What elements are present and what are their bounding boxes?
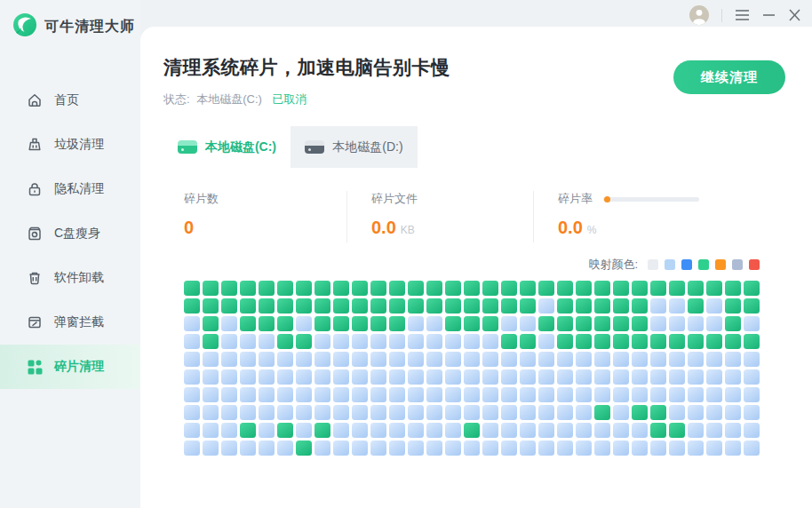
sidebar-item-home[interactable]: 首页: [0, 78, 140, 123]
disk-block: [277, 387, 293, 402]
disk-block: [277, 316, 293, 331]
disk-block: [594, 334, 610, 349]
disk-block: [464, 352, 480, 367]
disk-block: [725, 298, 741, 314]
disk-block: [501, 441, 517, 456]
stat-value: 0.0%: [558, 218, 760, 238]
disk-block: [240, 423, 256, 438]
disk-block: [203, 423, 219, 438]
legend-swatch: [749, 259, 760, 270]
disk-block: [594, 352, 610, 367]
disk-block: [744, 352, 760, 367]
disk-block: [333, 387, 349, 402]
sidebar-item-lock[interactable]: 隐私清理: [0, 167, 140, 211]
disk-block: [576, 334, 592, 349]
color-legend: 映射颜色:: [184, 257, 760, 273]
sidebar-item-popup-block[interactable]: 弹窗拦截: [0, 300, 140, 345]
disk-block: [184, 281, 200, 296]
disk-block: [389, 316, 405, 331]
disk-block: [389, 423, 405, 438]
disk-block: [184, 405, 200, 420]
app-logo-icon: [12, 12, 37, 41]
disk-drive-icon: [305, 140, 324, 154]
disk-block: [314, 387, 330, 402]
disk-block: [482, 334, 498, 349]
window-controls: [689, 4, 801, 26]
home-icon: [27, 92, 43, 108]
disk-block: [538, 298, 554, 314]
disk-block: [482, 423, 498, 438]
disk-block: [650, 441, 666, 456]
disk-block: [221, 369, 237, 385]
fragment-rate-slider[interactable]: [603, 197, 699, 202]
legend-swatches: [648, 259, 760, 270]
tab-disk-c[interactable]: 本地磁盘(C:): [163, 126, 291, 168]
disk-block: [240, 405, 256, 420]
disk-block: [557, 369, 573, 385]
disk-block: [426, 298, 442, 314]
disk-block: [613, 405, 629, 420]
disk-block: [445, 423, 461, 438]
disk-block: [370, 281, 386, 296]
disk-block: [259, 316, 275, 331]
disk-block: [221, 441, 237, 456]
disk-tabs: 本地磁盘(C:)本地磁盘(D:): [163, 126, 418, 168]
disk-block: [482, 316, 498, 331]
disk-block: [221, 405, 237, 420]
sidebar-item-trash[interactable]: 软件卸载: [0, 256, 140, 300]
disk-block: [576, 387, 592, 402]
disk-block: [632, 387, 648, 402]
tab-disk-d[interactable]: 本地磁盘(D:): [291, 126, 418, 168]
disk-block: [259, 369, 275, 385]
disk-block: [370, 387, 386, 402]
lock-icon: [27, 181, 43, 197]
disk-block: [650, 316, 666, 331]
sidebar-item-disk-slim[interactable]: C盘瘦身: [0, 211, 140, 256]
disk-block: [296, 441, 312, 456]
disk-block: [203, 405, 219, 420]
disk-block: [501, 405, 517, 420]
disk-block: [184, 441, 200, 456]
disk-block: [333, 316, 349, 331]
disk-block: [426, 369, 442, 385]
disk-block: [408, 441, 424, 456]
disk-block: [501, 316, 517, 331]
disk-block: [688, 281, 704, 296]
disk-block: [482, 405, 498, 420]
menu-icon[interactable]: [735, 9, 750, 21]
disk-block: [744, 441, 760, 456]
disk-block: [296, 423, 312, 438]
continue-clean-button[interactable]: 继续清理: [673, 60, 785, 94]
disk-block: [632, 334, 648, 349]
disk-block: [725, 352, 741, 367]
disk-block: [520, 298, 536, 314]
disk-block: [557, 387, 573, 402]
disk-block: [725, 405, 741, 420]
disk-block: [706, 334, 722, 349]
disk-block: [501, 387, 517, 402]
disk-block: [725, 441, 741, 456]
disk-block: [240, 387, 256, 402]
disk-block: [538, 405, 554, 420]
disk-slim-icon: [27, 226, 43, 242]
user-avatar[interactable]: [689, 5, 709, 25]
sidebar-item-broom[interactable]: 垃圾清理: [0, 123, 140, 167]
status-disk: 本地磁盘(C:): [196, 92, 262, 106]
disk-block: [221, 316, 237, 331]
disk-block: [688, 405, 704, 420]
close-icon[interactable]: [788, 9, 801, 21]
disk-block: [482, 441, 498, 456]
disk-block: [706, 387, 722, 402]
slider-thumb[interactable]: [604, 196, 610, 202]
sidebar-item-fragments[interactable]: 碎片清理: [0, 345, 140, 389]
disk-block: [184, 334, 200, 349]
disk-block: [296, 387, 312, 402]
disk-block: [370, 369, 386, 385]
disk-block: [352, 423, 368, 438]
minimize-icon[interactable]: [762, 9, 776, 21]
disk-block: [669, 334, 685, 349]
stat-fragment-rate: 碎片率0.0%: [533, 191, 760, 242]
sidebar-item-label: 垃圾清理: [54, 137, 104, 153]
disk-block: [613, 441, 629, 456]
disk-block: [688, 298, 704, 314]
